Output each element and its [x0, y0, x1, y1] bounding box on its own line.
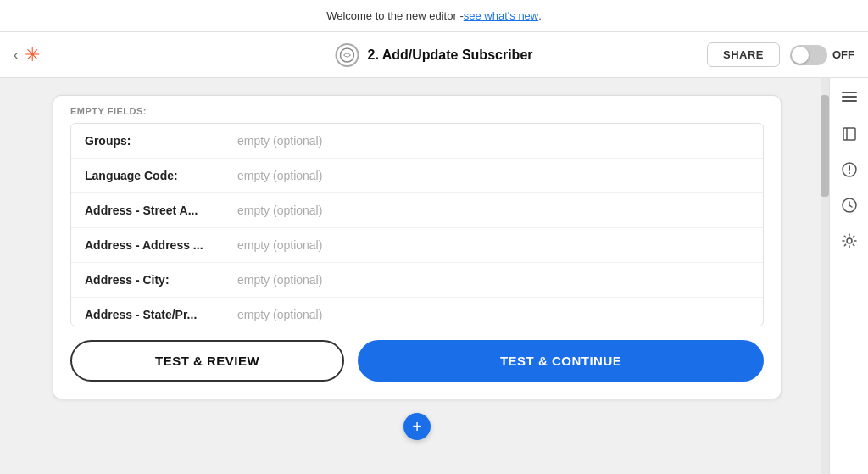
svg-rect-2 — [842, 96, 857, 98]
field-value: empty (optional) — [237, 308, 322, 321]
header-left: ‹ ✳ — [14, 44, 40, 66]
alert-icon[interactable] — [839, 159, 860, 180]
banner-text: Welcome to the new editor - — [326, 9, 464, 22]
svg-point-10 — [847, 238, 852, 243]
field-value: empty (optional) — [237, 169, 322, 182]
list-icon[interactable] — [839, 88, 860, 109]
back-button[interactable]: ‹ — [14, 47, 18, 63]
buttons-row: TEST & REVIEW TEST & CONTINUE — [53, 340, 781, 399]
book-icon[interactable] — [839, 124, 860, 144]
see-whats-new-link[interactable]: see what's new — [464, 9, 538, 22]
toggle-wrapper: OFF — [790, 45, 854, 65]
field-name: Address - City: — [85, 273, 237, 287]
test-continue-button[interactable]: TEST & CONTINUE — [358, 340, 764, 382]
header-right: SHARE OFF — [707, 42, 854, 67]
toggle-switch[interactable] — [790, 45, 827, 65]
svg-point-8 — [849, 172, 850, 174]
plus-icon: + — [412, 417, 422, 437]
field-name: Language Code: — [85, 169, 237, 182]
field-name: Groups: — [85, 134, 237, 148]
top-banner: Welcome to the new editor - see what's n… — [0, 0, 868, 32]
add-btn-wrapper: + — [403, 413, 431, 440]
field-row: Groups: empty (optional) — [71, 124, 763, 159]
toggle-label: OFF — [832, 48, 854, 61]
right-sidebar — [829, 78, 868, 474]
field-row: Address - State/Pr... empty (optional) — [71, 298, 763, 326]
page-title: 2. Add/Update Subscriber — [368, 47, 533, 63]
svg-rect-4 — [843, 128, 855, 140]
empty-fields-label: EMPTY FIELDS: — [70, 106, 764, 116]
card: EMPTY FIELDS: Groups: empty (optional) L… — [53, 95, 782, 399]
field-value: empty (optional) — [237, 273, 322, 287]
field-value: empty (optional) — [237, 238, 322, 252]
field-row: Address - Address ... empty (optional) — [71, 228, 763, 263]
banner-period: . — [538, 9, 542, 22]
step-icon — [336, 43, 359, 67]
main-area: EMPTY FIELDS: Groups: empty (optional) L… — [0, 78, 868, 474]
field-row: Address - City: empty (optional) — [71, 263, 763, 298]
canvas-area: EMPTY FIELDS: Groups: empty (optional) L… — [0, 78, 868, 474]
header-center: 2. Add/Update Subscriber — [336, 43, 533, 67]
header: ‹ ✳ 2. Add/Update Subscriber SHARE OFF — [0, 32, 868, 78]
scrollbar-thumb — [821, 95, 829, 197]
field-value: empty (optional) — [237, 204, 322, 217]
field-value: empty (optional) — [237, 134, 322, 148]
main-scrollbar[interactable] — [821, 78, 829, 474]
add-button[interactable]: + — [403, 413, 431, 440]
svg-rect-3 — [842, 100, 857, 102]
field-name: Address - Address ... — [85, 238, 237, 252]
logo-icon[interactable]: ✳ — [25, 44, 40, 66]
field-name: Address - Street A... — [85, 204, 237, 217]
toggle-thumb — [792, 47, 809, 64]
test-review-button[interactable]: TEST & REVIEW — [70, 340, 344, 382]
svg-rect-1 — [842, 92, 857, 93]
svg-point-0 — [341, 48, 354, 62]
empty-fields-section: EMPTY FIELDS: Groups: empty (optional) L… — [53, 96, 781, 326]
gear-icon[interactable] — [839, 231, 860, 251]
clock-icon[interactable] — [839, 195, 860, 215]
field-row: Address - Street A... empty (optional) — [71, 193, 763, 228]
field-name: Address - State/Pr... — [85, 308, 237, 321]
field-row: Language Code: empty (optional) — [71, 159, 763, 193]
share-button[interactable]: SHARE — [707, 42, 780, 67]
fields-scroll-container[interactable]: Groups: empty (optional) Language Code: … — [70, 123, 764, 326]
